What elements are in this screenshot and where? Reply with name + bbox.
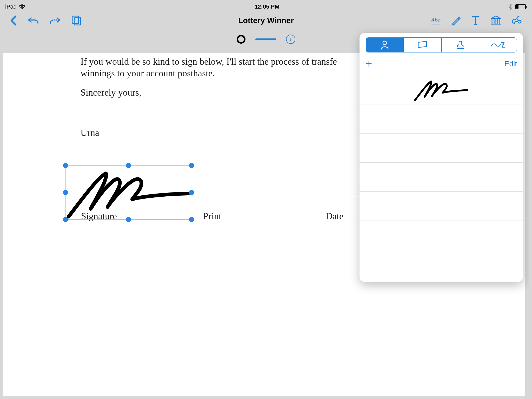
list-item (360, 104, 523, 134)
closing-text: Sincerely yours, (81, 87, 141, 98)
back-button[interactable] (10, 15, 17, 26)
body-text-line: winnings to your account posthaste. (81, 68, 215, 79)
resize-handle[interactable] (189, 163, 194, 168)
tab-signature[interactable] (366, 38, 403, 52)
pages-button[interactable] (71, 16, 82, 25)
nav-bar: Lottery Winner Abc (3, 11, 529, 30)
svg-rect-2 (516, 5, 518, 9)
resize-handle[interactable] (126, 217, 131, 222)
list-item (360, 163, 523, 192)
add-signature-button[interactable]: + (366, 58, 372, 69)
stroke-color-tool[interactable] (237, 35, 245, 44)
resize-handle[interactable] (63, 163, 68, 168)
library-button[interactable] (490, 15, 501, 26)
signature-thumbnail (410, 78, 473, 102)
draw-button[interactable] (451, 16, 461, 25)
signature-glyph (66, 166, 192, 220)
settings-button[interactable] (512, 15, 522, 26)
list-item (360, 250, 523, 279)
sender-name: Urna (81, 127, 99, 138)
print-line (203, 197, 283, 197)
print-label: Print (203, 211, 221, 222)
bluetooth-icon (509, 3, 513, 10)
tab-initials[interactable] (479, 38, 517, 52)
library-segmented-control (366, 37, 517, 52)
text-tool-button[interactable] (471, 15, 480, 26)
redo-button[interactable] (49, 16, 61, 25)
resize-handle[interactable] (189, 217, 194, 222)
stroke-width-tool[interactable] (255, 38, 276, 40)
date-label: Date (326, 211, 343, 222)
document-title: Lottery Winner (238, 16, 294, 25)
library-popover: + Edit (360, 33, 523, 282)
battery-icon (515, 4, 527, 9)
resize-handle[interactable] (63, 190, 68, 195)
list-item (360, 221, 523, 250)
svg-point-6 (383, 41, 387, 45)
body-text-line: If you would be so kind to sign below, I… (81, 56, 366, 68)
svg-rect-4 (74, 18, 81, 25)
edit-signatures-button[interactable]: Edit (504, 60, 517, 68)
resize-handle[interactable] (126, 163, 131, 168)
list-item (360, 134, 523, 163)
text-style-button[interactable]: Abc (431, 17, 441, 24)
svg-rect-3 (72, 16, 78, 23)
device-label: iPad (5, 3, 17, 10)
svg-rect-1 (526, 6, 527, 8)
signature-list (360, 75, 523, 282)
wifi-icon (19, 4, 25, 9)
undo-button[interactable] (28, 16, 39, 25)
tab-stamp[interactable] (441, 38, 479, 52)
resize-handle[interactable] (189, 190, 194, 195)
clock: 12:05 PM (255, 3, 279, 10)
signature-list-item[interactable] (360, 75, 523, 104)
list-item (360, 192, 523, 221)
resize-handle[interactable] (63, 217, 68, 222)
selected-signature-annotation[interactable] (65, 165, 192, 220)
info-button[interactable]: i (286, 35, 295, 44)
tab-image[interactable] (403, 38, 441, 52)
status-bar: iPad 12:05 PM (3, 3, 529, 11)
